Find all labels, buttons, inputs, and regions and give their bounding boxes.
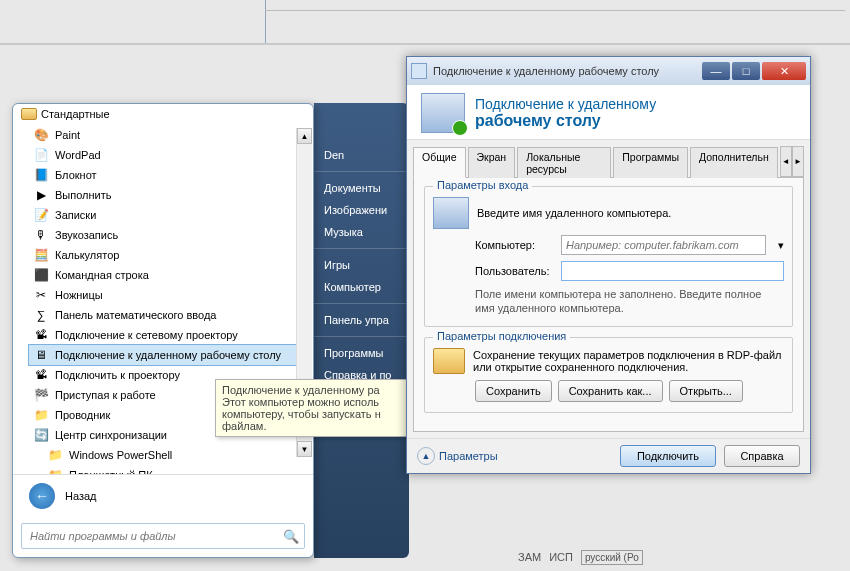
rdc-icon	[421, 93, 465, 133]
group-login-title: Параметры входа	[433, 179, 532, 191]
start-item-label: Блокнот	[55, 169, 97, 181]
computer-input[interactable]	[561, 235, 766, 255]
group-login: Параметры входа Введите имя удаленного к…	[424, 186, 793, 327]
start-link-control-panel[interactable]: Панель упра	[314, 309, 409, 331]
program-icon: 📽	[33, 367, 49, 383]
start-item[interactable]: 📁Планшетный ПК	[29, 465, 310, 474]
program-icon: ∑	[33, 307, 49, 323]
program-icon: ✂	[33, 287, 49, 303]
tab-programs[interactable]: Программы	[613, 147, 688, 178]
program-icon: 🔄	[33, 427, 49, 443]
folder-icon	[433, 348, 465, 374]
start-item[interactable]: 🎨Paint	[29, 125, 310, 145]
start-item-label: Подключить к проектору	[55, 369, 180, 381]
tab-advanced[interactable]: Дополнительн	[690, 147, 778, 178]
banner-line2: рабочему столу	[475, 112, 656, 130]
start-item[interactable]: 📝Записки	[29, 205, 310, 225]
start-item[interactable]: ⬛Командная строка	[29, 265, 310, 285]
open-button[interactable]: Открыть...	[669, 380, 743, 402]
group-connection-title: Параметры подключения	[433, 330, 570, 342]
start-item[interactable]: ▶Выполнить	[29, 185, 310, 205]
program-icon: 📘	[33, 167, 49, 183]
start-item-label: Звукозапись	[55, 229, 118, 241]
program-icon: 📽	[33, 327, 49, 343]
start-link-games[interactable]: Игры	[314, 254, 409, 276]
start-item-label: WordPad	[55, 149, 101, 161]
start-nav-back[interactable]: ← Назад	[13, 474, 313, 517]
start-item-label: Центр синхронизации	[55, 429, 167, 441]
scroll-down-icon[interactable]: ▼	[297, 441, 312, 457]
start-item-label: Записки	[55, 209, 96, 221]
start-link-computer[interactable]: Компьютер	[314, 276, 409, 298]
statusbar-fragment: ЗАМ ИСП русский (Ро	[518, 546, 643, 568]
start-item-label: Панель математического ввода	[55, 309, 216, 321]
help-button[interactable]: Справка	[724, 445, 800, 467]
start-link-programs[interactable]: Программы	[314, 342, 409, 364]
start-link-images[interactable]: Изображени	[314, 199, 409, 221]
tab-strip: Общие Экран Локальные ресурсы Программы …	[413, 146, 804, 178]
computer-icon	[433, 197, 469, 229]
tab-scroll-right-icon[interactable]: ►	[792, 146, 804, 177]
program-icon: ▶	[33, 187, 49, 203]
login-intro: Введите имя удаленного компьютера.	[477, 207, 671, 219]
tab-scroll-left-icon[interactable]: ◄	[780, 146, 792, 177]
start-item[interactable]: 🧮Калькулятор	[29, 245, 310, 265]
collapse-arrow-icon: ▲	[417, 447, 435, 465]
user-input[interactable]	[561, 261, 784, 281]
lang-indicator[interactable]: русский (Ро	[581, 550, 643, 565]
dropdown-icon[interactable]: ▾	[778, 239, 784, 252]
start-item[interactable]: 📄WordPad	[29, 145, 310, 165]
start-link-documents[interactable]: Документы	[314, 177, 409, 199]
connection-desc: Сохранение текущих параметров подключени…	[473, 349, 784, 373]
start-item-label: Подключение к удаленному рабочему столу	[55, 349, 281, 361]
search-input[interactable]	[21, 523, 305, 549]
start-menu-right-pane: Den Документы Изображени Музыка Игры Ком…	[314, 103, 409, 558]
program-icon: 🎙	[33, 227, 49, 243]
start-link-music[interactable]: Музыка	[314, 221, 409, 243]
program-icon: 📁	[47, 467, 63, 474]
titlebar[interactable]: Подключение к удаленному рабочему столу …	[407, 57, 810, 85]
start-item[interactable]: 📽Подключение к сетевому проектору	[29, 325, 310, 345]
banner-line1: Подключение к удаленному	[475, 96, 656, 112]
start-item-label: Paint	[55, 129, 80, 141]
start-item[interactable]: 🎙Звукозапись	[29, 225, 310, 245]
tab-panel-general: Параметры входа Введите имя удаленного к…	[413, 178, 804, 432]
start-item[interactable]: 📘Блокнот	[29, 165, 310, 185]
start-item[interactable]: 🖥Подключение к удаленному рабочему столу	[29, 345, 310, 365]
minimize-button[interactable]: —	[702, 62, 730, 80]
start-item-label: Калькулятор	[55, 249, 119, 261]
start-menu: Стандартные 🎨Paint📄WordPad📘Блокнот▶Выпол…	[12, 103, 314, 558]
options-label: Параметры	[439, 450, 498, 462]
program-icon: ⬛	[33, 267, 49, 283]
start-item-label: Командная строка	[55, 269, 149, 281]
computer-label: Компьютер:	[475, 239, 553, 251]
start-link-user[interactable]: Den	[314, 144, 409, 166]
back-label: Назад	[65, 490, 97, 502]
start-item[interactable]: ∑Панель математического ввода	[29, 305, 310, 325]
start-item[interactable]: 📁Windows PowerShell	[29, 445, 310, 465]
tooltip: Подключение к удаленному ра Этот компьют…	[215, 379, 410, 437]
start-folder-header[interactable]: Стандартные	[13, 104, 313, 124]
close-button[interactable]: ✕	[762, 62, 806, 80]
maximize-button[interactable]: □	[732, 62, 760, 80]
options-toggle[interactable]: ▲ Параметры	[417, 447, 612, 465]
scroll-up-icon[interactable]: ▲	[297, 128, 312, 144]
program-icon: 🎨	[33, 127, 49, 143]
save-button[interactable]: Сохранить	[475, 380, 552, 402]
tab-general[interactable]: Общие	[413, 147, 466, 178]
search-icon: 🔍	[283, 529, 299, 544]
program-icon: 🖥	[33, 347, 49, 363]
banner: Подключение к удаленному рабочему столу	[407, 85, 810, 140]
program-icon: 📁	[33, 407, 49, 423]
program-icon: 🧮	[33, 247, 49, 263]
tab-display[interactable]: Экран	[468, 147, 516, 178]
status-zam: ЗАМ	[518, 551, 541, 563]
start-item-label: Windows PowerShell	[69, 449, 172, 461]
app-icon	[411, 63, 427, 79]
rdc-window: Подключение к удаленному рабочему столу …	[406, 56, 811, 474]
connect-button[interactable]: Подключить	[620, 445, 716, 467]
start-item[interactable]: ✂Ножницы	[29, 285, 310, 305]
status-isp: ИСП	[549, 551, 573, 563]
save-as-button[interactable]: Сохранить как...	[558, 380, 663, 402]
tab-local-resources[interactable]: Локальные ресурсы	[517, 147, 611, 178]
